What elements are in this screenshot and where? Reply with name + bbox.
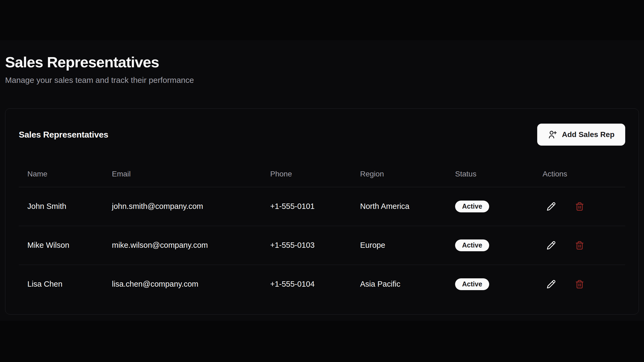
cell-region: Europe — [352, 226, 447, 265]
table-row: Lisa Chen lisa.chen@company.com +1-555-0… — [19, 265, 625, 304]
sales-reps-card: Sales Representatives Add Sales Rep — [5, 108, 639, 315]
cell-email: lisa.chen@company.com — [103, 265, 262, 304]
page-title: Sales Representatives — [5, 54, 639, 71]
page-subtitle: Manage your sales team and track their p… — [5, 75, 639, 86]
page-container: Sales Representatives Manage your sales … — [0, 54, 644, 315]
status-badge: Active — [455, 278, 489, 290]
cell-status: Active — [447, 187, 534, 226]
cell-region: North America — [352, 187, 447, 226]
card-title: Sales Representatives — [19, 130, 108, 140]
cell-phone: +1-555-0104 — [262, 265, 352, 304]
table-header-row: Name Email Phone Region Status Actions — [19, 161, 625, 187]
cell-phone: +1-555-0101 — [262, 187, 352, 226]
edit-button[interactable] — [543, 198, 560, 215]
trash-icon — [575, 241, 584, 250]
cell-phone: +1-555-0103 — [262, 226, 352, 265]
delete-button[interactable] — [571, 237, 588, 254]
cell-status: Active — [447, 226, 534, 265]
delete-button[interactable] — [571, 276, 588, 293]
edit-button[interactable] — [543, 276, 560, 293]
cell-name: Mike Wilson — [19, 226, 103, 265]
cell-actions — [534, 187, 625, 226]
delete-button[interactable] — [571, 198, 588, 215]
column-header-status: Status — [447, 161, 534, 187]
column-header-name: Name — [19, 161, 103, 187]
table-row: Mike Wilson mike.wilson@company.com +1-5… — [19, 226, 625, 265]
card-header: Sales Representatives Add Sales Rep — [19, 124, 625, 146]
user-plus-icon — [548, 130, 557, 139]
main-content-area: Sales Representatives Manage your sales … — [0, 40, 644, 321]
edit-button[interactable] — [543, 237, 560, 254]
pencil-icon — [547, 202, 556, 211]
cell-status: Active — [447, 265, 534, 304]
add-sales-rep-label: Add Sales Rep — [562, 130, 614, 139]
cell-actions — [534, 226, 625, 265]
table-row: John Smith john.smith@company.com +1-555… — [19, 187, 625, 226]
cell-region: Asia Pacific — [352, 265, 447, 304]
cell-actions — [534, 265, 625, 304]
column-header-email: Email — [103, 161, 262, 187]
cell-name: John Smith — [19, 187, 103, 226]
sales-reps-table: Name Email Phone Region Status Actions J… — [19, 161, 625, 304]
column-header-phone: Phone — [262, 161, 352, 187]
cell-email: john.smith@company.com — [103, 187, 262, 226]
cell-name: Lisa Chen — [19, 265, 103, 304]
column-header-actions: Actions — [534, 161, 625, 187]
add-sales-rep-button[interactable]: Add Sales Rep — [537, 124, 625, 146]
status-badge: Active — [455, 239, 489, 251]
pencil-icon — [547, 280, 556, 289]
page-header: Sales Representatives Manage your sales … — [5, 54, 639, 86]
status-badge: Active — [455, 201, 489, 212]
cell-email: mike.wilson@company.com — [103, 226, 262, 265]
pencil-icon — [547, 241, 556, 250]
column-header-region: Region — [352, 161, 447, 187]
trash-icon — [575, 280, 584, 289]
trash-icon — [575, 202, 584, 211]
